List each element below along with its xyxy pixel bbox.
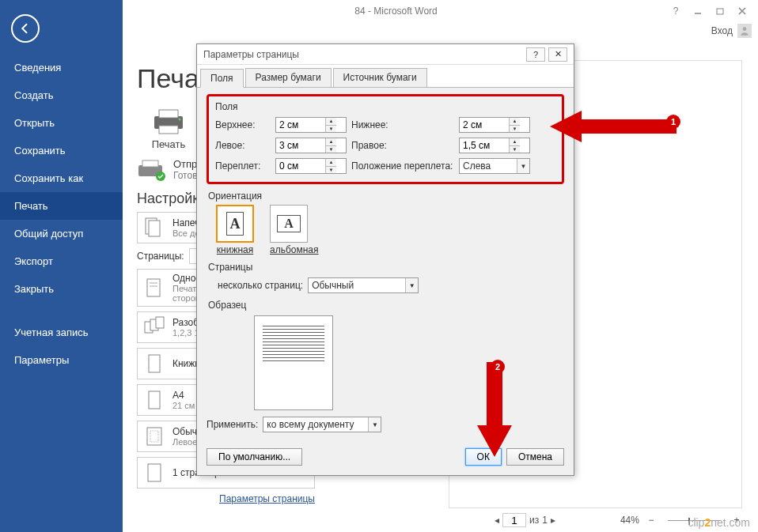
window-title: 84 - Microsoft Word <box>127 6 665 17</box>
pages-label: Страницы: <box>137 251 184 262</box>
dialog-help-icon[interactable]: ? <box>526 47 545 62</box>
close-icon[interactable] <box>731 2 753 20</box>
nav-options[interactable]: Параметры <box>0 346 123 374</box>
margins-group-title: Поля <box>215 101 555 112</box>
right-margin-label: Правое: <box>351 140 454 151</box>
sample-label: Образец <box>208 300 564 311</box>
gutter-pos-combo[interactable]: Слева▼ <box>459 158 530 174</box>
page-number-input[interactable] <box>502 513 526 527</box>
nav-save-as[interactable]: Сохранить как <box>0 164 123 192</box>
pages-icon <box>142 216 166 240</box>
multi-pages-label: несколько страниц: <box>218 280 303 291</box>
right-margin-input[interactable]: ▲▼ <box>459 138 530 153</box>
annotation-badge-2: 2 <box>491 360 505 374</box>
dialog-title: Параметры страницы <box>203 49 523 60</box>
apply-to-label: Применить: <box>207 419 258 430</box>
left-margin-label: Левое: <box>215 140 271 151</box>
collate-icon <box>142 315 166 339</box>
top-margin-input[interactable]: ▲▼ <box>275 117 347 133</box>
margins-group: Поля Верхнее: ▲▼ Нижнее: ▲▼ Левое: ▲▼ Пр… <box>207 94 564 184</box>
orientation-label: Ориентация <box>208 191 564 202</box>
page-total: 1 <box>542 515 548 526</box>
svg-rect-1 <box>717 9 723 14</box>
multi-pages-combo[interactable]: Обычный▼ <box>308 277 419 293</box>
ok-button[interactable]: ОК <box>465 448 502 466</box>
nav-new[interactable]: Создать <box>0 81 123 109</box>
cancel-button[interactable]: Отмена <box>506 448 564 466</box>
svg-rect-18 <box>149 355 160 372</box>
svg-rect-4 <box>159 110 178 118</box>
svg-rect-20 <box>147 428 161 445</box>
zoom-out-icon[interactable]: − <box>646 515 657 526</box>
help-icon[interactable]: ? <box>665 2 687 20</box>
backstage-sidebar: Сведения Создать Открыть Сохранить Сохра… <box>0 0 123 532</box>
nav-export[interactable]: Экспорт <box>0 247 123 275</box>
oneside-icon <box>142 276 166 300</box>
svg-rect-19 <box>149 391 160 409</box>
page-setup-dialog: Параметры страницы ? ✕ Поля Размер бумаг… <box>196 43 574 476</box>
printer-status-icon <box>137 159 167 181</box>
nav-account[interactable]: Учетная запись <box>0 319 123 346</box>
nav-save[interactable]: Сохранить <box>0 137 123 164</box>
print-button[interactable]: Печать <box>137 108 200 150</box>
back-button[interactable] <box>11 14 40 43</box>
nav-open[interactable]: Открыть <box>0 109 123 137</box>
portrait-icon <box>142 352 166 375</box>
default-button[interactable]: По умолчанию... <box>207 448 302 466</box>
gutter-input[interactable]: ▲▼ <box>275 158 347 174</box>
left-margin-input[interactable]: ▲▼ <box>275 138 347 153</box>
avatar-icon[interactable] <box>737 24 752 38</box>
tab-paper[interactable]: Размер бумаги <box>245 68 332 87</box>
annotation-badge-1: 1 <box>666 115 680 129</box>
margins-icon <box>142 424 166 448</box>
page-setup-link[interactable]: Параметры страницы <box>219 493 315 504</box>
top-margin-label: Верхнее: <box>215 119 271 130</box>
tab-margins[interactable]: Поля <box>200 69 244 88</box>
svg-rect-12 <box>147 279 160 296</box>
minimize-icon[interactable] <box>687 2 709 20</box>
dialog-close-icon[interactable]: ✕ <box>548 47 567 62</box>
svg-rect-8 <box>142 160 158 167</box>
zoom-value: 44% <box>620 515 639 526</box>
tab-source[interactable]: Источник бумаги <box>333 68 427 87</box>
svg-point-2 <box>743 27 747 31</box>
signin-link[interactable]: Вход <box>711 25 733 36</box>
restore-icon[interactable] <box>709 2 731 20</box>
svg-rect-17 <box>156 317 164 328</box>
paper-icon <box>142 388 166 412</box>
orientation-portrait[interactable]: A книжная <box>216 205 254 255</box>
nav-info[interactable]: Сведения <box>0 54 123 81</box>
sample-preview <box>254 315 333 410</box>
orientation-landscape[interactable]: A альбомная <box>270 205 319 255</box>
nav-print[interactable]: Печать <box>0 192 123 220</box>
print-button-label: Печать <box>152 138 186 150</box>
pages-section-label: Страницы <box>208 262 564 273</box>
apply-to-combo[interactable]: ко всему документу▼ <box>263 417 381 432</box>
nav-close[interactable]: Закрыть <box>0 275 123 303</box>
printer-icon <box>150 108 188 135</box>
watermark: clip2net.com <box>688 516 750 529</box>
prev-page-icon[interactable]: ◂ <box>495 515 499 526</box>
page-of-label: из <box>529 515 539 526</box>
nav-share[interactable]: Общий доступ <box>0 220 123 247</box>
svg-rect-11 <box>149 221 160 236</box>
gutter-label: Переплет: <box>215 160 271 172</box>
svg-point-6 <box>179 119 181 121</box>
persheet-icon <box>142 461 166 485</box>
bottom-margin-input[interactable]: ▲▼ <box>459 117 530 133</box>
svg-rect-22 <box>148 464 161 481</box>
gutter-pos-label: Положение переплета: <box>351 160 454 172</box>
bottom-margin-label: Нижнее: <box>351 119 454 130</box>
svg-rect-5 <box>159 126 178 134</box>
next-page-icon[interactable]: ▸ <box>551 515 555 526</box>
